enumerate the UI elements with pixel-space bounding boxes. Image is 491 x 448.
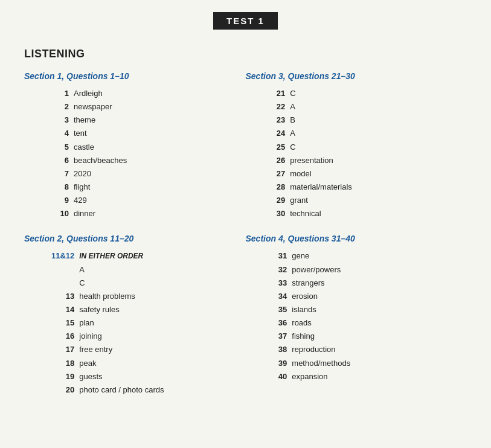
table-row: 36roads	[246, 316, 467, 330]
table-row: 25C	[246, 141, 467, 154]
question-number: 1	[24, 87, 71, 100]
question-number: 21	[246, 87, 288, 100]
question-number	[24, 263, 77, 277]
question-answer: technical	[287, 207, 467, 220]
question-answer: tent	[71, 127, 246, 140]
table-row: 13health problems	[24, 290, 246, 303]
question-number: 16	[24, 330, 77, 343]
question-answer: 2020	[71, 167, 246, 181]
question-number: 17	[24, 343, 77, 356]
section1-heading: Section 1, Questions 1–10	[24, 71, 246, 81]
question-number: 37	[246, 330, 290, 343]
content-columns: Section 1, Questions 1–10 1Ardleigh2news…	[24, 71, 467, 410]
question-answer: photo card / photo cards	[77, 383, 245, 397]
question-number: 29	[246, 194, 288, 207]
table-row: 30technical	[246, 207, 467, 220]
question-answer: fishing	[289, 330, 467, 343]
table-row: 1Ardleigh	[24, 87, 246, 100]
table-row: 22A	[246, 100, 467, 114]
question-number: 18	[24, 357, 77, 370]
table-row: 37fishing	[246, 330, 467, 343]
question-number: 13	[24, 290, 77, 303]
table-row: 15plan	[24, 316, 246, 330]
table-row: 34erosion	[246, 290, 467, 303]
table-row: 14safety rules	[24, 303, 246, 316]
question-number: 24	[246, 127, 288, 140]
table-row: 3theme	[24, 114, 246, 127]
table-row: 27model	[246, 167, 467, 181]
question-answer: presentation	[287, 154, 467, 167]
table-row: 11&12IN EITHER ORDER	[24, 249, 246, 263]
section3-table: 21C22A23B24A25C26presentation27model28ma…	[246, 87, 467, 220]
question-number: 5	[24, 141, 71, 154]
question-answer: A	[287, 100, 467, 114]
table-row: 28material/materials	[246, 181, 467, 194]
table-row: 10dinner	[24, 207, 246, 220]
question-answer: islands	[289, 303, 467, 316]
question-number: 33	[246, 277, 290, 290]
question-answer: expansion	[289, 370, 467, 383]
table-row: 5castle	[24, 141, 246, 154]
question-number: 35	[246, 303, 290, 316]
table-row: 6beach/beaches	[24, 154, 246, 167]
table-row: 23B	[246, 114, 467, 127]
question-number: 14	[24, 303, 77, 316]
question-answer: power/powers	[289, 263, 467, 277]
table-row: 31gene	[246, 249, 467, 263]
table-row: 21C	[246, 87, 467, 100]
table-row: 8flight	[24, 181, 246, 194]
listening-heading: LISTENING	[24, 48, 467, 60]
table-row: 26presentation	[246, 154, 467, 167]
question-number: 8	[24, 181, 71, 194]
question-number: 31	[246, 249, 290, 263]
question-answer: strangers	[289, 277, 467, 290]
question-answer: roads	[289, 316, 467, 330]
section4-table: 31gene32power/powers33strangers34erosion…	[246, 249, 467, 383]
table-row: 16joining	[24, 330, 246, 343]
question-number: 39	[246, 357, 290, 370]
section3-heading: Section 3, Questions 21–30	[246, 71, 467, 81]
table-row: 18peak	[24, 357, 246, 370]
table-row: 19guests	[24, 370, 246, 383]
question-answer: health problems	[77, 290, 245, 303]
table-row: 32power/powers	[246, 263, 467, 277]
table-row: 33strangers	[246, 277, 467, 290]
left-column: Section 1, Questions 1–10 1Ardleigh2news…	[24, 71, 246, 410]
question-answer: Ardleigh	[71, 87, 246, 100]
either-order-label: IN EITHER ORDER	[77, 249, 245, 263]
question-number: 4	[24, 127, 71, 140]
question-answer: newspaper	[71, 100, 246, 114]
table-row: 17free entry	[24, 343, 246, 356]
question-number: 28	[246, 181, 288, 194]
table-row: 39method/methods	[246, 357, 467, 370]
question-answer: erosion	[289, 290, 467, 303]
table-row: 9429	[24, 194, 246, 207]
table-row: 2newspaper	[24, 100, 246, 114]
table-row: C	[24, 277, 246, 290]
question-number: 26	[246, 154, 288, 167]
question-answer: castle	[71, 141, 246, 154]
question-number: 7	[24, 167, 71, 181]
question-answer: safety rules	[77, 303, 245, 316]
table-row: 20photo card / photo cards	[24, 383, 246, 397]
question-number: 22	[246, 100, 288, 114]
question-number: 23	[246, 114, 288, 127]
table-row: 38reproduction	[246, 343, 467, 356]
question-answer: model	[287, 167, 467, 181]
question-number: 30	[246, 207, 288, 220]
question-number: 27	[246, 167, 288, 181]
section1-table: 1Ardleigh2newspaper3theme4tent5castle6be…	[24, 87, 246, 220]
question-answer: C	[77, 277, 245, 290]
question-answer: free entry	[77, 343, 245, 356]
question-answer: material/materials	[287, 181, 467, 194]
question-answer: plan	[77, 316, 245, 330]
right-column: Section 3, Questions 21–30 21C22A23B24A2…	[246, 71, 467, 410]
question-number: 34	[246, 290, 290, 303]
question-number: 20	[24, 383, 77, 397]
question-number: 25	[246, 141, 288, 154]
question-answer: dinner	[71, 207, 246, 220]
question-number: 38	[246, 343, 290, 356]
question-answer: guests	[77, 370, 245, 383]
question-answer: A	[287, 127, 467, 140]
question-number: 11&12	[24, 249, 77, 263]
